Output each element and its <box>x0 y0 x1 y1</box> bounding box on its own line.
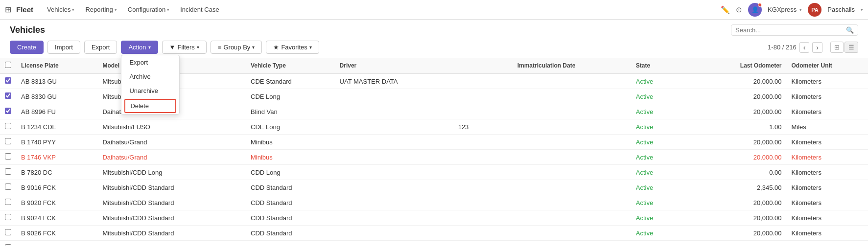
cell-driver <box>335 104 453 119</box>
cell-license: B 9016 FCK <box>16 180 97 195</box>
cell-blank <box>453 180 513 195</box>
cell-driver <box>335 165 453 180</box>
filters-button[interactable]: ▼ Filters ▾ <box>162 41 207 54</box>
cell-model: Mitsubishi/CDD Standard <box>97 210 246 226</box>
row-checkbox[interactable] <box>5 168 11 175</box>
favorites-button[interactable]: ★ Favorites ▾ <box>266 41 319 54</box>
table-row: B 1746 VKPDaihatsu/GrandMinibusActive20,… <box>0 150 868 165</box>
cell-license: B 1746 VKP <box>16 150 97 165</box>
next-page-button[interactable]: › <box>812 42 822 53</box>
avatar[interactable]: PA <box>808 3 821 17</box>
select-all-checkbox[interactable] <box>5 62 11 68</box>
cell-blank <box>453 150 513 165</box>
cell-odounit: Kilometers <box>787 135 868 150</box>
cell-blank <box>453 89 513 104</box>
import-button[interactable]: Import <box>47 41 80 54</box>
create-button[interactable]: Create <box>10 41 44 54</box>
topnav-menu: Vehicles ▾ Reporting ▾ Configuration ▾ I… <box>42 4 224 15</box>
table-row: B 1740 PYYDaihatsu/GrandMinibusActive20,… <box>0 135 868 150</box>
row-checkbox[interactable] <box>5 123 11 129</box>
cell-immat <box>513 104 631 119</box>
row-checkbox[interactable] <box>5 244 11 246</box>
col-vehicle-type: Vehicle Type <box>246 58 335 74</box>
cell-state: Active <box>631 104 698 119</box>
row-checkbox[interactable] <box>5 229 11 235</box>
topnav: ⊞ Fleet Vehicles ▾ Reporting ▾ Configura… <box>0 0 868 20</box>
cell-odounit: Kilometers <box>787 180 868 195</box>
col-driver: Driver <box>335 58 453 74</box>
cell-model: Daihatsu/Grand <box>97 150 246 165</box>
cell-immat <box>513 226 631 241</box>
cell-vtype: CDD Standard <box>246 241 335 247</box>
cell-immat <box>513 180 631 195</box>
cell-vtype: Blind Van <box>246 104 335 119</box>
cell-model: Mitsubishi/CDD Standard <box>97 226 246 241</box>
nav-reporting[interactable]: Reporting ▾ <box>80 4 121 15</box>
list-view-button[interactable]: ☰ <box>845 42 858 53</box>
cell-immat <box>513 119 631 135</box>
action-button[interactable]: Action ▾ <box>121 41 158 54</box>
row-checkbox[interactable] <box>5 77 11 84</box>
row-checkbox[interactable] <box>5 183 11 190</box>
cell-odo: 20,000.00 <box>698 74 787 89</box>
search-input[interactable] <box>735 26 843 34</box>
user-chevron-icon: ▾ <box>861 7 863 12</box>
chevron-down-icon: ▾ <box>148 45 151 50</box>
cell-driver: UAT MASTER DATA <box>335 74 453 89</box>
user-menu[interactable]: KGXpress ▾ <box>768 6 802 13</box>
cell-immat <box>513 241 631 247</box>
cell-blank: 123 <box>453 119 513 135</box>
cell-odo: 0.00 <box>698 165 787 180</box>
group-by-button[interactable]: ≡ Group By ▾ <box>211 41 262 54</box>
cell-vtype: CDE Long <box>246 89 335 104</box>
cell-state: Active <box>631 89 698 104</box>
cell-license: AB 8996 FU <box>16 104 97 119</box>
action-archive-item[interactable]: Archive <box>121 69 179 84</box>
table-row: B 9020 FCKMitsubishi/CDD StandardCDD Sta… <box>0 195 868 210</box>
col-state: State <box>631 58 698 74</box>
cell-state: Active <box>631 119 698 135</box>
cell-driver <box>335 241 453 247</box>
cell-odounit: Kilometers <box>787 210 868 226</box>
cell-immat <box>513 165 631 180</box>
cell-driver <box>335 226 453 241</box>
row-checkbox[interactable] <box>5 92 11 99</box>
cell-blank <box>453 210 513 226</box>
action-export-item[interactable]: Export <box>121 55 179 69</box>
cell-vtype: CDD Long <box>246 165 335 180</box>
nav-configuration[interactable]: Configuration ▾ <box>123 4 174 15</box>
edit-icon[interactable]: ✏️ <box>721 5 730 14</box>
row-checkbox[interactable] <box>5 108 11 114</box>
help-icon[interactable]: ⊙ <box>736 5 742 14</box>
cell-state: Active <box>631 195 698 210</box>
row-checkbox[interactable] <box>5 138 11 144</box>
grid-icon[interactable]: ⊞ <box>5 5 11 14</box>
search-box: 🔍 <box>731 24 858 36</box>
row-checkbox[interactable] <box>5 199 11 205</box>
chevron-down-icon: ▾ <box>252 45 255 50</box>
row-checkbox[interactable] <box>5 214 11 220</box>
row-checkbox[interactable] <box>5 153 11 160</box>
nav-vehicles[interactable]: Vehicles ▾ <box>42 4 79 15</box>
col-blank <box>453 58 513 74</box>
nav-incident-case[interactable]: Incident Case <box>175 4 224 15</box>
notification-badge[interactable]: 👤 <box>748 3 762 17</box>
cell-immat <box>513 135 631 150</box>
cell-state: Active <box>631 165 698 180</box>
action-delete-item[interactable]: Delete <box>124 99 176 113</box>
cell-license: B 9020 FCK <box>16 195 97 210</box>
cell-immat <box>513 89 631 104</box>
search-icon: 🔍 <box>846 26 854 34</box>
col-immat-date: Immatriculation Date <box>513 58 631 74</box>
prev-page-button[interactable]: ‹ <box>799 42 810 53</box>
cell-odounit: Kilometers <box>787 241 868 247</box>
cell-driver <box>335 210 453 226</box>
export-button[interactable]: Export <box>84 41 117 54</box>
col-odometer-unit: Odometer Unit <box>787 58 868 74</box>
cell-vtype: CDE Long <box>246 119 335 135</box>
app-brand: Fleet <box>16 5 33 14</box>
action-unarchive-item[interactable]: Unarchive <box>121 84 179 98</box>
card-view-button[interactable]: ⊞ <box>830 42 844 53</box>
chevron-down-icon: ▾ <box>115 7 117 12</box>
cell-odo: 20,000.00 <box>698 195 787 210</box>
